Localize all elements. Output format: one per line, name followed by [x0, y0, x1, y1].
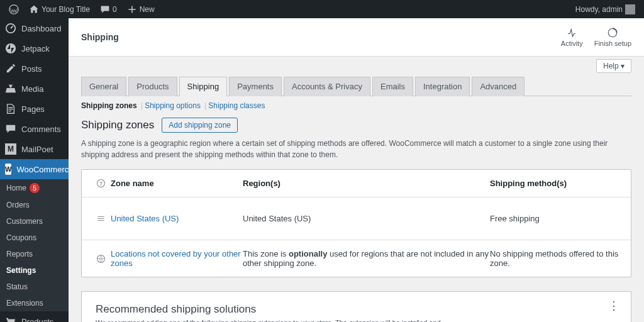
- wp-logo[interactable]: [5, 0, 23, 18]
- add-shipping-zone-button[interactable]: Add shipping zone: [162, 118, 238, 133]
- sub-coupons[interactable]: Coupons: [0, 230, 69, 246]
- sub-reports[interactable]: Reports: [0, 246, 69, 262]
- menu-mailpoet[interactable]: MMailPoet: [0, 139, 69, 159]
- help-icon[interactable]: ?: [91, 179, 111, 188]
- menu-products[interactable]: Products: [0, 311, 69, 322]
- finish-setup-button[interactable]: Finish setup: [594, 27, 631, 47]
- page-title: Shipping: [81, 32, 119, 42]
- section-description: A shipping zone is a geographic region w…: [81, 138, 631, 160]
- sub-extensions[interactable]: Extensions: [0, 295, 69, 311]
- mailpoet-icon: M: [5, 143, 16, 155]
- tab-products[interactable]: Products: [128, 77, 177, 96]
- subtab-zones[interactable]: Shipping zones: [81, 101, 137, 110]
- main-content: Shipping Activity Finish setup Help ▾ Ge…: [69, 18, 644, 322]
- menu-dashboard[interactable]: Dashboard: [0, 18, 69, 38]
- menu-posts[interactable]: Posts: [0, 58, 69, 79]
- menu-pages[interactable]: Pages: [0, 99, 69, 119]
- panel-description: We recommend adding one of the following…: [96, 318, 460, 322]
- tab-advanced[interactable]: Advanced: [472, 77, 525, 96]
- zone-link-us[interactable]: United States (US): [111, 214, 179, 223]
- drag-handle-icon[interactable]: [91, 214, 111, 223]
- sub-home[interactable]: Home5: [0, 179, 69, 197]
- recommended-panel: ⋮ Recommended shipping solutions We reco…: [81, 291, 631, 322]
- sub-settings[interactable]: Settings: [0, 262, 69, 279]
- woo-icon: W: [5, 164, 11, 175]
- menu-comments[interactable]: Comments: [0, 119, 69, 139]
- woocommerce-submenu: Home5 Orders Customers Coupons Reports S…: [0, 179, 69, 311]
- table-row: Locations not covered by your other zone…: [82, 240, 631, 277]
- table-row: United States (US) United States (US) Fr…: [82, 197, 631, 240]
- home-badge: 5: [30, 183, 40, 193]
- table-header: ? Zone name Region(s) Shipping method(s): [82, 170, 631, 197]
- menu-woocommerce[interactable]: WWooCommerce: [0, 159, 69, 179]
- howdy-user[interactable]: Howdy, admin: [572, 0, 639, 18]
- subtab-options[interactable]: Shipping options: [145, 101, 201, 110]
- zones-table: ? Zone name Region(s) Shipping method(s)…: [81, 169, 631, 277]
- settings-tabs: General Products Shipping Payments Accou…: [81, 77, 631, 96]
- avatar: [625, 4, 635, 14]
- admin-topbar: Your Blog Title 0 New Howdy, admin: [0, 0, 644, 18]
- globe-icon: [91, 254, 111, 264]
- site-link[interactable]: Your Blog Title: [25, 0, 94, 18]
- panel-title: Recommended shipping solutions: [96, 303, 617, 316]
- panel-menu-icon[interactable]: ⋮: [608, 303, 619, 309]
- sub-customers[interactable]: Customers: [0, 213, 69, 230]
- new-link[interactable]: New: [123, 0, 158, 18]
- tab-emails[interactable]: Emails: [372, 77, 413, 96]
- tab-payments[interactable]: Payments: [229, 77, 282, 96]
- menu-media[interactable]: Media: [0, 79, 69, 99]
- section-title: Shipping zones: [81, 119, 154, 131]
- zone-link-rest[interactable]: Locations not covered by your other zone…: [111, 249, 241, 268]
- help-tab[interactable]: Help ▾: [596, 59, 631, 73]
- shipping-subtabs: Shipping zones |Shipping options |Shippi…: [81, 96, 631, 115]
- subtab-classes[interactable]: Shipping classes: [208, 101, 265, 110]
- tab-integration[interactable]: Integration: [415, 77, 470, 96]
- activity-button[interactable]: Activity: [561, 27, 583, 47]
- comments-link[interactable]: 0: [96, 0, 121, 18]
- sub-orders[interactable]: Orders: [0, 197, 69, 213]
- admin-sidebar: Dashboard Jetpack Posts Media Pages Comm…: [0, 18, 69, 322]
- sub-status[interactable]: Status: [0, 279, 69, 295]
- tab-accounts[interactable]: Accounts & Privacy: [284, 77, 370, 96]
- page-header: Shipping Activity Finish setup: [69, 18, 644, 57]
- svg-text:?: ?: [99, 181, 102, 187]
- menu-jetpack[interactable]: Jetpack: [0, 38, 69, 58]
- tab-shipping[interactable]: Shipping: [179, 77, 228, 96]
- tab-general[interactable]: General: [81, 77, 126, 96]
- svg-point-2: [6, 43, 16, 53]
